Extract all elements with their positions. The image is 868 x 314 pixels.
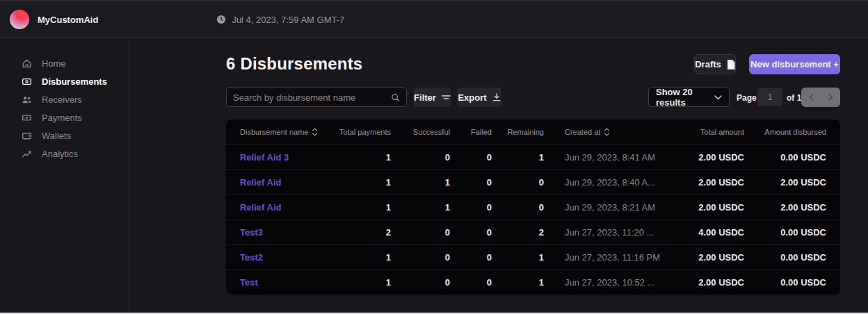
column-header-total_payments: Total payments: [335, 128, 391, 136]
app-logo: [10, 10, 29, 29]
cell-successful: 1: [391, 202, 450, 213]
table-row: Test32002Jun 27, 2023, 11:20 ...4.00 USD…: [226, 220, 840, 245]
new-disbursement-label: New disbursement +: [750, 59, 839, 69]
cell-total-payments: 2: [335, 227, 391, 238]
chevron-right-icon: [828, 94, 833, 101]
show-results-select[interactable]: Show 20 results: [648, 88, 730, 107]
cell-successful: 0: [391, 277, 450, 288]
cell-total-payments: 1: [335, 277, 391, 288]
pagination-prev-button[interactable]: [801, 88, 821, 107]
chevron-down-icon: [714, 95, 722, 100]
cell-created-at: Jun 27, 2023, 11:16 PM: [544, 252, 669, 263]
cell-name[interactable]: Test: [240, 277, 335, 288]
disbursements-table: Disbursement nameTotal paymentsSuccessfu…: [226, 119, 840, 295]
page-title: 6 Disbursements: [226, 54, 362, 74]
home-icon: [21, 58, 32, 69]
pagination-control: [801, 88, 840, 107]
cell-total-payments: 1: [335, 202, 391, 213]
sidebar-item-wallets[interactable]: Wallets: [0, 126, 129, 144]
cell-successful: 0: [391, 152, 450, 163]
cell-successful: 0: [391, 227, 450, 238]
column-header-label: Disbursement name: [240, 128, 308, 136]
cell-failed: 0: [450, 152, 492, 163]
pagination-next-button[interactable]: [821, 88, 840, 107]
cell-remaining: 2: [492, 227, 544, 238]
table-row: Relief Aid1100Jun 29, 2023, 8:21 AM2.00 …: [226, 195, 840, 220]
table-row: Relief Aid1100Jun 29, 2023, 8:40 A...2.0…: [226, 170, 840, 195]
export-button[interactable]: Export: [457, 88, 501, 107]
sidebar-item-disbursements[interactable]: Disbursements: [0, 72, 129, 90]
new-disbursement-button[interactable]: New disbursement +: [749, 54, 840, 74]
show-results-label: Show 20 results: [656, 87, 714, 108]
sidebar-item-analytics[interactable]: Analytics: [0, 144, 129, 163]
sidebar-item-payments[interactable]: Payments: [0, 108, 129, 126]
page-of-label: of 1: [787, 93, 801, 103]
datetime-text: Jul 4, 2023, 7:59 AM GMT-7: [232, 15, 344, 25]
table-header-row: Disbursement nameTotal paymentsSuccessfu…: [226, 119, 840, 144]
column-header-label: Created at: [565, 128, 600, 136]
sidebar-nav: HomeDisbursementsReceiversPaymentsWallet…: [0, 40, 129, 314]
table-row: Relief Aid 31001Jun 29, 2023, 8:41 AM2.0…: [226, 144, 840, 170]
disbursements-icon: [21, 76, 32, 87]
filter-button[interactable]: Filter: [414, 88, 451, 107]
sort-icon: [604, 128, 610, 136]
search-icon: [391, 93, 400, 102]
cell-total-amount: 2.00 USDC: [669, 202, 744, 213]
app-name: MyCustomAid: [38, 15, 98, 25]
cell-total-payments: 1: [335, 152, 391, 163]
cell-created-at: Jun 29, 2023, 8:41 AM: [544, 152, 669, 163]
cell-total-payments: 1: [335, 252, 391, 263]
table-row: Test1001Jun 27, 2023, 10:52 ...2.00 USDC…: [226, 270, 840, 295]
clock-icon: [216, 15, 226, 24]
cell-amount-disbursed: 2.00 USDC: [744, 177, 826, 188]
cell-total-amount: 2.00 USDC: [669, 177, 744, 188]
cell-name[interactable]: Relief Aid: [240, 202, 335, 213]
topbar-datetime: Jul 4, 2023, 7:59 AM GMT-7: [216, 15, 344, 25]
page-number-input[interactable]: [757, 88, 782, 106]
chevron-left-icon: [809, 94, 814, 101]
sidebar-item-label: Receivers: [42, 94, 82, 105]
page-label: Page: [737, 93, 757, 103]
cell-remaining: 0: [492, 202, 544, 213]
sidebar-item-receivers[interactable]: Receivers: [0, 90, 129, 108]
cell-total-amount: 2.00 USDC: [669, 252, 744, 263]
cell-created-at: Jun 27, 2023, 10:52 ...: [544, 277, 669, 288]
sidebar-item-label: Wallets: [42, 131, 71, 141]
sidebar-item-home[interactable]: Home: [0, 54, 129, 72]
drafts-button[interactable]: Drafts: [694, 54, 736, 74]
cell-amount-disbursed: 2.00 USDC: [744, 202, 826, 213]
cell-amount-disbursed: 0.00 USDC: [744, 252, 826, 263]
cell-failed: 0: [450, 202, 492, 213]
filter-icon: [442, 94, 451, 101]
sidebar-item-label: Analytics: [42, 149, 78, 159]
cell-total-amount: 2.00 USDC: [669, 277, 744, 288]
cell-successful: 0: [391, 252, 450, 263]
cell-total-amount: 4.00 USDC: [669, 227, 744, 238]
column-header-remaining: Remaining: [492, 128, 544, 136]
cell-name[interactable]: Relief Aid: [240, 177, 335, 188]
column-header-name[interactable]: Disbursement name: [240, 128, 335, 136]
cell-created-at: Jun 27, 2023, 11:20 ...: [544, 227, 669, 238]
column-header-amount_disbursed: Amount disbursed: [744, 128, 826, 136]
search-input[interactable]: [233, 92, 391, 103]
column-header-label: Successful: [413, 128, 450, 136]
cell-name[interactable]: Test2: [240, 252, 335, 263]
cell-created-at: Jun 29, 2023, 8:21 AM: [544, 202, 669, 213]
cell-remaining: 1: [492, 152, 544, 163]
search-box: [226, 88, 407, 107]
column-header-label: Failed: [471, 128, 492, 136]
drafts-button-label: Drafts: [695, 59, 721, 69]
download-icon: [492, 93, 501, 101]
cell-name[interactable]: Relief Aid 3: [240, 152, 335, 163]
cell-name[interactable]: Test3: [240, 227, 335, 238]
cell-failed: 0: [450, 252, 492, 263]
column-header-created_at[interactable]: Created at: [544, 128, 669, 136]
sidebar-item-label: Payments: [42, 113, 82, 123]
cell-total-payments: 1: [335, 177, 391, 188]
main-content: 6 Disbursements Drafts New disbursement …: [130, 40, 868, 314]
sort-icon: [312, 128, 318, 136]
table-body: Relief Aid 31001Jun 29, 2023, 8:41 AM2.0…: [226, 144, 840, 295]
table-row: Test21001Jun 27, 2023, 11:16 PM2.00 USDC…: [226, 245, 840, 270]
cell-remaining: 1: [492, 252, 544, 263]
file-icon: [727, 60, 735, 69]
